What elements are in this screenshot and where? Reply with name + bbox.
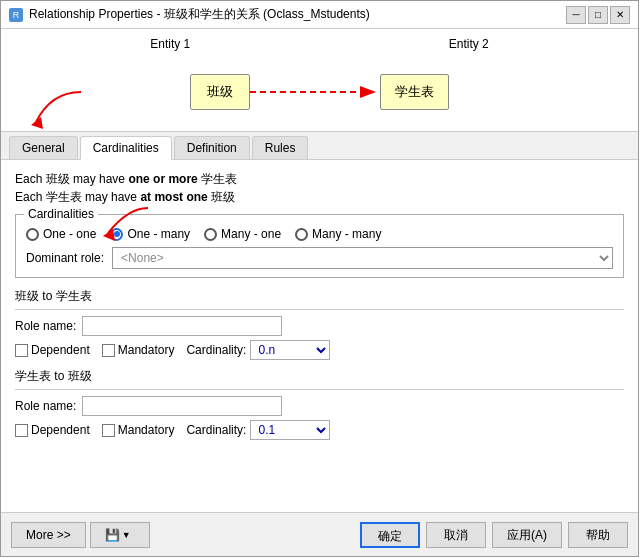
entity1-box: 班级 bbox=[190, 74, 250, 110]
help-button[interactable]: 帮助 bbox=[568, 522, 628, 548]
bottom-bar: More >> 💾 ▼ 确定 取消 应用(A) 帮助 bbox=[1, 512, 638, 556]
radio-many-many-circle bbox=[295, 228, 308, 241]
ok-button[interactable]: 确定 bbox=[360, 522, 420, 548]
tab-rules[interactable]: Rules bbox=[252, 136, 309, 159]
radio-many-many-label: Many - many bbox=[312, 227, 381, 241]
radio-one-one[interactable]: One - one bbox=[26, 227, 96, 241]
radio-many-one-label: Many - one bbox=[221, 227, 281, 241]
section2-checkbox-row: Dependent Mandatory Cardinality: 0.1 bbox=[15, 420, 624, 440]
entity-area: Entity 1 Entity 2 班级 学生表 bbox=[1, 29, 638, 132]
section1-dependent[interactable]: Dependent bbox=[15, 343, 90, 357]
radio-one-one-label: One - one bbox=[43, 227, 96, 241]
relation-line bbox=[250, 77, 380, 107]
cancel-button[interactable]: 取消 bbox=[426, 522, 486, 548]
cardinalities-group: Cardinalities One - one One - many Many … bbox=[15, 214, 624, 278]
section2-cardinality-select[interactable]: 0.1 bbox=[250, 420, 330, 440]
entity-header: Entity 1 Entity 2 bbox=[1, 37, 638, 51]
section2-mandatory[interactable]: Mandatory bbox=[102, 423, 175, 437]
minimize-button[interactable]: ─ bbox=[566, 6, 586, 24]
titlebar-left: R Relationship Properties - 班级和学生的关系 (Oc… bbox=[9, 6, 370, 23]
desc-line1: Each 班级 may have one or more 学生表 bbox=[15, 170, 624, 188]
section1-dependent-checkbox[interactable] bbox=[15, 344, 28, 357]
entity1-header: Entity 1 bbox=[150, 37, 190, 51]
tab-general[interactable]: General bbox=[9, 136, 78, 159]
radio-many-one-circle bbox=[204, 228, 217, 241]
dominant-label: Dominant role: bbox=[26, 251, 104, 265]
description: Each 班级 may have one or more 学生表 Each 学生… bbox=[15, 170, 624, 206]
section2-divider bbox=[15, 389, 624, 390]
section2-cardinality-label: Cardinality: bbox=[186, 423, 246, 437]
save-button[interactable]: 💾 ▼ bbox=[90, 522, 150, 548]
section1-mandatory[interactable]: Mandatory bbox=[102, 343, 175, 357]
cardinalities-group-label: Cardinalities bbox=[24, 207, 98, 221]
maximize-button[interactable]: □ bbox=[588, 6, 608, 24]
section2-mandatory-label: Mandatory bbox=[118, 423, 175, 437]
section1-dependent-label: Dependent bbox=[31, 343, 90, 357]
window-title: Relationship Properties - 班级和学生的关系 (Ocla… bbox=[29, 6, 370, 23]
content-area: Each 班级 may have one or more 学生表 Each 学生… bbox=[1, 160, 638, 512]
section1-role-label: Role name: bbox=[15, 319, 76, 333]
section1-checkbox-row: Dependent Mandatory Cardinality: 0.n bbox=[15, 340, 624, 360]
section2-dependent-checkbox[interactable] bbox=[15, 424, 28, 437]
tab-definition[interactable]: Definition bbox=[174, 136, 250, 159]
section2-dependent-label: Dependent bbox=[31, 423, 90, 437]
titlebar: R Relationship Properties - 班级和学生的关系 (Oc… bbox=[1, 1, 638, 29]
tab-cardinalities[interactable]: Cardinalities bbox=[80, 136, 172, 160]
dominant-select[interactable]: <None> bbox=[112, 247, 613, 269]
titlebar-controls: ─ □ ✕ bbox=[566, 6, 630, 24]
section1-role-input[interactable] bbox=[82, 316, 282, 336]
section1-cardinality-select[interactable]: 0.n bbox=[250, 340, 330, 360]
section1: 班级 to 学生表 Role name: Dependent Mandatory… bbox=[15, 288, 624, 360]
section1-divider bbox=[15, 309, 624, 310]
save-dropdown-arrow: ▼ bbox=[122, 530, 131, 540]
bottom-right: 确定 取消 应用(A) 帮助 bbox=[360, 522, 628, 548]
radio-one-one-circle bbox=[26, 228, 39, 241]
tabs-row: General Cardinalities Definition Rules bbox=[1, 132, 638, 160]
save-icon: 💾 bbox=[105, 528, 120, 542]
entity-diagram: 班级 学生表 bbox=[1, 57, 638, 127]
section2-mandatory-checkbox[interactable] bbox=[102, 424, 115, 437]
section2-role-row: Role name: bbox=[15, 396, 624, 416]
close-button[interactable]: ✕ bbox=[610, 6, 630, 24]
radio-many-many[interactable]: Many - many bbox=[295, 227, 381, 241]
section1-role-row: Role name: bbox=[15, 316, 624, 336]
app-icon: R bbox=[9, 8, 23, 22]
section2: 学生表 to 班级 Role name: Dependent Mandatory… bbox=[15, 368, 624, 440]
section2-role-label: Role name: bbox=[15, 399, 76, 413]
main-window: R Relationship Properties - 班级和学生的关系 (Oc… bbox=[0, 0, 639, 557]
svg-marker-1 bbox=[360, 86, 376, 98]
section2-title: 学生表 to 班级 bbox=[15, 368, 624, 385]
section1-mandatory-checkbox[interactable] bbox=[102, 344, 115, 357]
entity2-header: Entity 2 bbox=[449, 37, 489, 51]
section1-mandatory-label: Mandatory bbox=[118, 343, 175, 357]
apply-button[interactable]: 应用(A) bbox=[492, 522, 562, 548]
section1-cardinality-label: Cardinality: bbox=[186, 343, 246, 357]
section1-title: 班级 to 学生表 bbox=[15, 288, 624, 305]
bottom-left: More >> 💾 ▼ bbox=[11, 522, 150, 548]
section2-dependent[interactable]: Dependent bbox=[15, 423, 90, 437]
section2-role-input[interactable] bbox=[82, 396, 282, 416]
more-button[interactable]: More >> bbox=[11, 522, 86, 548]
dominant-row: Dominant role: <None> bbox=[26, 247, 613, 269]
radio-many-one[interactable]: Many - one bbox=[204, 227, 281, 241]
entity2-box: 学生表 bbox=[380, 74, 449, 110]
